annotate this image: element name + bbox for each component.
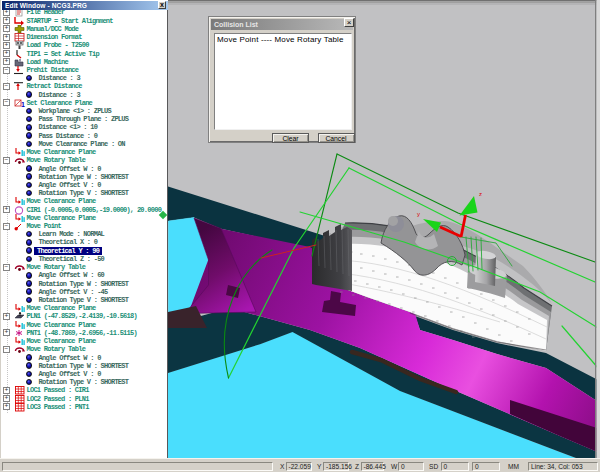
svg-text:y: y	[417, 211, 420, 217]
svg-text:z: z	[479, 191, 482, 197]
